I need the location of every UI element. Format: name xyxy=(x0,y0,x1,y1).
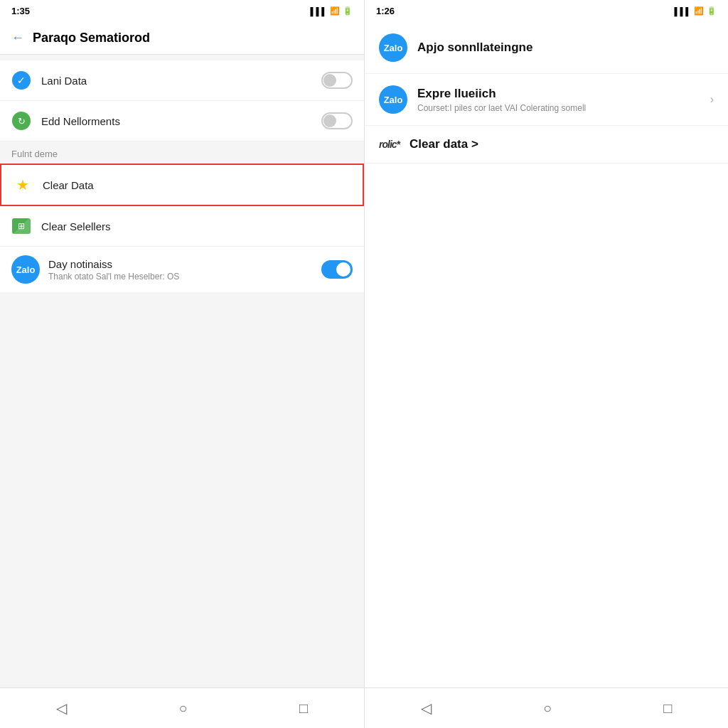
clear-selellers-item[interactable]: ⊞ Clear Selellers xyxy=(0,206,364,247)
expre-content: Expre llueiich Courset:I piles cor laet … xyxy=(417,87,700,113)
notification-title: Day notinaiss xyxy=(48,258,313,270)
right-battery-icon: 🔋 xyxy=(707,6,717,16)
right-panel: 1:26 ▌▌▌ 📶 🔋 Zalo Apjo sonnllateingne Za… xyxy=(364,0,728,728)
settings-list: ✓ Lani Data ↻ Edd Nellorments xyxy=(0,60,364,141)
nav-recent-icon[interactable]: □ xyxy=(299,700,308,717)
right-status-icons: ▌▌▌ 📶 🔋 xyxy=(675,6,717,16)
expre-item[interactable]: Zalo Expre llueiich Courset:I piles cor … xyxy=(365,74,728,126)
toggle-off-icon-2[interactable] xyxy=(321,112,353,129)
expre-chevron-icon: › xyxy=(710,93,714,106)
right-list: Zalo Apjo sonnllateingne Zalo Expre llue… xyxy=(365,22,728,687)
section-label: Fulnt deme xyxy=(0,141,364,164)
star-icon: ★ xyxy=(16,176,29,193)
right-time: 1:26 xyxy=(376,6,395,16)
left-status-bar: 1:35 ▌▌▌ 📶 🔋 xyxy=(0,0,364,22)
apjo-content: Apjo sonnllateingne xyxy=(417,41,714,55)
rolic-brand-icon: rolic* xyxy=(379,139,400,150)
edd-nellorments-item[interactable]: ↻ Edd Nellorments xyxy=(0,101,364,141)
right-nav-recent-icon[interactable]: □ xyxy=(663,700,672,717)
lani-data-toggle[interactable] xyxy=(321,72,353,89)
apjo-item[interactable]: Zalo Apjo sonnllateingne xyxy=(365,22,728,74)
grid-icon: ⊞ xyxy=(12,218,31,234)
left-panel: 1:35 ▌▌▌ 📶 🔋 ← Paraqo Sematiorod ✓ Lani … xyxy=(0,0,364,728)
left-header: ← Paraqo Sematiorod xyxy=(0,22,364,55)
left-bottom-nav: ◁ ○ □ xyxy=(0,687,364,728)
right-nav-home-icon[interactable]: ○ xyxy=(543,700,552,717)
zalo-icon-1: Zalo xyxy=(379,33,407,62)
refresh-circle-icon: ↻ xyxy=(12,112,31,130)
lani-data-item[interactable]: ✓ Lani Data xyxy=(0,60,364,101)
toggle-off-icon[interactable] xyxy=(321,72,353,89)
section-items: ★ Clear Data ⊞ Clear Selellers xyxy=(0,164,364,247)
notification-toggle[interactable] xyxy=(321,260,353,279)
nav-home-icon[interactable]: ○ xyxy=(178,700,187,717)
clear-data-right-item[interactable]: rolic* Clear data > xyxy=(365,126,728,164)
zalo-avatar: Zalo xyxy=(11,255,40,284)
zalo-icon-2: Zalo xyxy=(379,85,407,114)
left-status-icons: ▌▌▌ 📶 🔋 xyxy=(311,6,353,16)
wifi-icon: 📶 xyxy=(330,6,340,16)
right-signal-icon: ▌▌▌ xyxy=(675,7,691,16)
left-header-title: Paraqo Sematiorod xyxy=(33,31,150,46)
back-button[interactable]: ← xyxy=(11,31,24,46)
left-time: 1:35 xyxy=(11,6,30,16)
battery-icon: 🔋 xyxy=(343,6,353,16)
apjo-title: Apjo sonnllateingne xyxy=(417,41,714,55)
lani-data-icon: ✓ xyxy=(11,70,31,90)
notification-subtitle: Thank otato Sal'l me Heselber: OS xyxy=(48,272,313,282)
apjo-zalo-avatar: Zalo xyxy=(379,33,407,62)
clear-data-right-title: Clear data > xyxy=(410,137,714,151)
check-circle-icon: ✓ xyxy=(12,71,31,90)
right-status-bar: 1:26 ▌▌▌ 📶 🔋 xyxy=(365,0,728,22)
notification-text: Day notinaiss Thank otato Sal'l me Hesel… xyxy=(48,258,313,282)
expre-subtitle: Courset:I piles cor laet VAI Colerating … xyxy=(417,103,700,113)
clear-selellers-icon: ⊞ xyxy=(11,216,31,236)
expre-title: Expre llueiich xyxy=(417,87,700,101)
clear-data-right-content: Clear data > xyxy=(410,137,714,151)
clear-data-item[interactable]: ★ Clear Data xyxy=(0,164,364,206)
signal-icon: ▌▌▌ xyxy=(311,7,327,16)
empty-space-left xyxy=(0,292,364,687)
clear-selellers-label: Clear Selellers xyxy=(41,220,353,232)
edd-nellorments-icon: ↻ xyxy=(11,111,31,131)
clear-data-label: Clear Data xyxy=(43,179,351,191)
edd-nellorments-toggle[interactable] xyxy=(321,112,353,129)
right-nav-back-icon[interactable]: ◁ xyxy=(421,700,432,717)
nav-back-icon[interactable]: ◁ xyxy=(56,700,67,717)
right-wifi-icon: 📶 xyxy=(694,6,704,16)
notification-item[interactable]: Zalo Day notinaiss Thank otato Sal'l me … xyxy=(0,247,364,292)
star-icon-container: ★ xyxy=(13,175,33,195)
expre-zalo-avatar: Zalo xyxy=(379,85,407,114)
lani-data-label: Lani Data xyxy=(41,75,321,87)
right-bottom-nav: ◁ ○ □ xyxy=(365,687,728,728)
edd-nellorments-label: Edd Nellorments xyxy=(41,115,321,127)
rolic-icon-container: rolic* xyxy=(379,138,400,151)
